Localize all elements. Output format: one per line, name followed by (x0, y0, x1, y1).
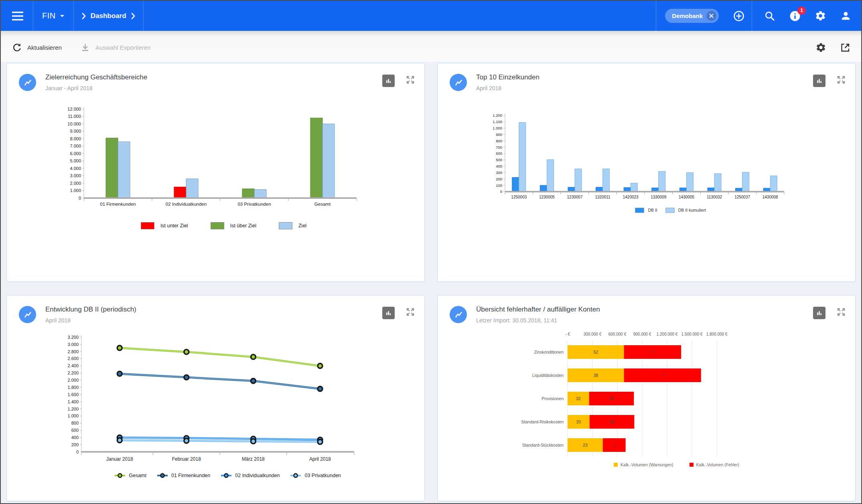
chart-text: März 2018 (242, 456, 265, 462)
fullscreen-button[interactable] (836, 75, 846, 86)
settings-button[interactable] (815, 10, 826, 22)
chart-svg: 01002003004005006007008009001.0001.1001.… (484, 109, 789, 204)
bar-chart-icon (815, 77, 823, 85)
chart-text: 2.200 (67, 370, 79, 375)
data-point (318, 439, 322, 444)
panel-entwicklung-db2: Entwicklung DB II (periodisch) April 201… (6, 295, 425, 501)
chart-text: 600 (71, 428, 79, 433)
legend-marker (290, 473, 301, 478)
topbar-actions: Demobank (656, 1, 854, 31)
trend-line-icon (22, 310, 33, 320)
chart-avatar (19, 306, 36, 323)
chart-avatar (450, 74, 467, 91)
chart-text: 900 (496, 132, 502, 137)
chart-text: 1250037 (734, 195, 750, 199)
chart-text: 02 Individualkunden (166, 201, 207, 206)
panel-subtitle: Januar - April 2018 (45, 85, 147, 91)
export-button[interactable]: Auswahl Exportieren (80, 43, 151, 53)
chart-text: 2.000 (67, 378, 79, 383)
user-button[interactable] (840, 10, 852, 22)
data-point (184, 375, 189, 380)
chart-text: 7.000 (70, 144, 81, 148)
panel-title: Übersicht fehlerhafter / auffälliger Kon… (476, 306, 600, 314)
bar (186, 179, 198, 198)
chart-text: 10.000 (67, 121, 81, 126)
chart-text: 38 (593, 372, 598, 377)
dashboard-settings-button[interactable] (815, 42, 826, 53)
app-switcher[interactable]: FIN (33, 1, 73, 31)
chart-text: 1320011 (595, 195, 610, 199)
chart-avatar (19, 74, 36, 91)
chart-text: 200 (496, 176, 502, 181)
fullscreen-button[interactable] (836, 307, 846, 318)
chip-label: Demobank (672, 12, 703, 19)
open-in-new-button[interactable] (840, 42, 851, 53)
person-icon (840, 10, 852, 22)
panel-fehlerhafte-konten: Übersicht fehlerhafter / auffälliger Kon… (437, 295, 856, 501)
chart-text: 03 Privatkunden (237, 201, 271, 206)
chart-svg: - €300.000 €600.000 €900.000 €1.200.000 … (499, 330, 791, 460)
bar (512, 177, 519, 192)
chart-type-button[interactable] (382, 75, 395, 87)
chart-text: 1.600 (67, 392, 79, 397)
legend-swatch (279, 222, 292, 229)
chart-text: 5.000 (70, 158, 81, 163)
divider (752, 1, 752, 31)
refresh-button[interactable]: Aktualisieren (12, 43, 62, 53)
legend-label: DB II (648, 208, 657, 213)
fullscreen-button[interactable] (405, 75, 416, 86)
bar (631, 183, 637, 191)
chart-type-button[interactable] (813, 75, 825, 87)
menu-button[interactable] (12, 12, 23, 20)
chip-close-button[interactable] (706, 11, 716, 21)
legend-swatch (614, 463, 618, 467)
chart-text: 7 (651, 349, 654, 354)
chart-text: 1430008 (763, 195, 778, 199)
toolbar-actions (815, 42, 851, 53)
notification-badge: 1 (797, 6, 806, 15)
chart-text: Provisionen (542, 396, 564, 401)
chart-text: 300.000 € (584, 332, 602, 336)
breadcrumb-item-dashboard[interactable]: Dashboard (91, 12, 126, 20)
chart-text: 400 (71, 435, 79, 440)
divider (143, 1, 144, 31)
panel-title: Entwicklung DB II (periodisch) (45, 306, 136, 314)
legend-label: Gesamt (129, 473, 146, 478)
fullscreen-button[interactable] (405, 307, 416, 318)
chart-text: Standard-Stückkosten (522, 442, 564, 447)
refresh-icon (12, 43, 22, 53)
chart-type-button[interactable] (382, 307, 395, 319)
panel-top10-einzelkunden: Top 10 Einzelkunden April 2018 010020030… (437, 63, 856, 282)
divider (656, 1, 656, 31)
data-point (251, 379, 256, 383)
chart-type-button[interactable] (813, 307, 825, 319)
bar (742, 172, 749, 191)
chart-svg: 02004006008001.0001.2001.4001.6001.8002.… (58, 332, 363, 466)
search-button[interactable] (764, 10, 775, 22)
notifications-button[interactable]: 1 (789, 10, 801, 22)
chart-text: - € (565, 332, 570, 336)
filter-chip-demobank[interactable]: Demobank (665, 9, 719, 23)
chart-text: 1250003 (511, 195, 527, 199)
legend-item: Ist unter Ziel (141, 222, 188, 229)
chart-text: April 2018 (309, 456, 331, 462)
legend-label: Ziel (298, 223, 306, 229)
legend-swatch (141, 222, 154, 229)
add-button[interactable] (733, 10, 745, 22)
refresh-label: Aktualisieren (27, 44, 62, 51)
chart-legend: Gesamt01 Firmenkunden02 Individualkunden… (31, 473, 424, 478)
chart-text: 1.200 (67, 406, 79, 411)
chart-text: 0 (500, 189, 502, 194)
chart-text: 1.200.000 € (657, 332, 678, 336)
panel-subtitle: April 2018 (45, 317, 136, 324)
chart-text: 20 (576, 419, 581, 424)
plus-circle-icon (733, 10, 745, 22)
chart-text: 1.800.000 € (706, 332, 728, 336)
legend-item: Kalk.-Volumen (Warnungen) (614, 462, 673, 467)
chart-text: 1330009 (651, 195, 666, 199)
legend-label: Ist über Ziel (230, 223, 256, 229)
chart-text: 2.800 (67, 349, 79, 354)
page-toolbar: Aktualisieren Auswahl Exportieren (1, 31, 861, 62)
dashboard-grid: Zielerreichung Geschäftsbereiche Januar … (1, 62, 861, 503)
chart-text: 1130032 (707, 195, 722, 199)
